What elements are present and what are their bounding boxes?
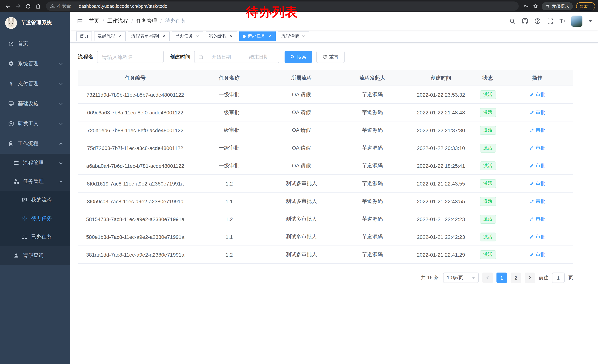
warning-icon[interactable] — [50, 4, 55, 8]
menu-dots-icon[interactable] — [590, 4, 591, 8]
cell-task-id: 8f059c03-7ac8-11ec-a9e2-a2380e71991a — [78, 193, 193, 210]
cell-process: 测试多审批人 — [266, 246, 337, 263]
url-text: dashboard.yudao.iocoder.cn/bpm/task/todo — [79, 4, 167, 9]
approve-link[interactable]: 审批 — [529, 127, 545, 133]
approve-link[interactable]: 审批 — [529, 180, 545, 187]
cell-task-id: 73211d9d-7b9b-11ec-b5b7-acde48001122 — [78, 86, 193, 103]
status-badge: 激活 — [480, 90, 496, 99]
edit-icon — [529, 217, 534, 221]
breadcrumb-item[interactable]: 任务管理 — [136, 18, 165, 24]
close-icon[interactable]: × — [161, 33, 166, 39]
cell-process: 测试多审批人 — [266, 210, 337, 228]
app-title: 芋道管理系统 — [21, 20, 52, 26]
approve-link[interactable]: 审批 — [529, 91, 545, 98]
next-page-button[interactable] — [525, 273, 535, 283]
cell-status: 激活 — [474, 246, 501, 263]
sidebar-item-todo-tasks[interactable]: 待办任务 — [0, 209, 70, 228]
edit-icon — [529, 163, 534, 168]
status-badge: 激活 — [480, 197, 496, 206]
cell-starter: 芋道源码 — [337, 139, 407, 157]
breadcrumb: 首页工作流程任务管理待办任务 — [89, 18, 186, 24]
sidebar-item-home[interactable]: 首页 — [0, 34, 70, 54]
goto-page-input[interactable] — [552, 273, 565, 283]
chevron-down-icon — [59, 62, 63, 66]
chevron-down-icon[interactable] — [588, 20, 592, 22]
process-name-input[interactable] — [97, 51, 164, 63]
security-label: 不安全 — [57, 3, 71, 9]
chevron-up-icon — [59, 179, 63, 184]
close-icon[interactable]: × — [229, 33, 234, 39]
breadcrumb-item[interactable]: 首页 — [89, 18, 108, 24]
cell-starter: 芋道源码 — [337, 246, 407, 263]
approve-link[interactable]: 审批 — [529, 109, 545, 116]
cell-starter: 芋道源码 — [337, 210, 407, 228]
sidebar-menu: 首页 系统管理 ¥ 支付管理 — [0, 34, 70, 265]
sidebar-item-devtools[interactable]: 研发工具 — [0, 114, 70, 134]
refresh-icon[interactable] — [23, 1, 33, 11]
cell-status: 激活 — [474, 210, 501, 228]
bookmark-star-icon[interactable] — [532, 3, 538, 9]
browser-update-button[interactable]: 更新 — [576, 2, 595, 10]
page-content: 流程名 创建时间 开始日期 - 结束日期 搜索 — [70, 43, 598, 364]
approve-link[interactable]: 审批 — [529, 145, 545, 151]
page-number-button[interactable]: 1 — [497, 273, 507, 283]
reset-button[interactable]: 重置 — [316, 51, 345, 63]
cube-icon — [8, 121, 14, 127]
tab[interactable]: 已办任务 × — [172, 31, 203, 41]
github-icon[interactable] — [522, 18, 528, 24]
user-avatar[interactable] — [571, 16, 582, 27]
date-range-picker[interactable]: 开始日期 - 结束日期 — [194, 51, 279, 63]
sidebar-item-workflow[interactable]: 工作流程 — [0, 134, 70, 154]
sidebar-toggle-icon[interactable] — [76, 18, 83, 24]
sidebar-item-payment[interactable]: ¥ 支付管理 — [0, 74, 70, 94]
close-icon[interactable]: × — [301, 33, 306, 39]
sidebar-item-system[interactable]: 系统管理 — [0, 54, 70, 74]
cell-process: 测试多审批人 — [266, 228, 337, 245]
breadcrumb-item[interactable]: 工作流程 — [108, 18, 136, 24]
font-size-icon[interactable]: TT — [559, 18, 565, 24]
approve-link[interactable]: 审批 — [529, 162, 545, 169]
password-key-icon[interactable] — [523, 3, 529, 9]
fullscreen-icon[interactable] — [547, 18, 554, 24]
breadcrumb-item[interactable]: 待办任务 — [165, 18, 186, 24]
tab[interactable]: 流程详情 × — [278, 31, 309, 41]
approve-link[interactable]: 审批 — [529, 198, 545, 205]
tab[interactable]: 流程表单-编辑 × — [128, 31, 170, 41]
page-number-button[interactable]: 2 — [511, 273, 521, 283]
approve-link[interactable]: 审批 — [529, 216, 545, 222]
close-icon[interactable]: × — [267, 33, 272, 39]
search-icon — [290, 54, 295, 59]
app-logo[interactable]: 芋道管理系统 — [0, 12, 70, 34]
tab[interactable]: 首页 × — [76, 31, 92, 41]
search-button[interactable]: 搜索 — [284, 51, 312, 63]
forward-icon[interactable] — [13, 1, 23, 11]
search-icon[interactable] — [509, 18, 516, 24]
eye-icon — [22, 216, 27, 221]
cell-create-time: 2022-01-22 18:25:41 — [407, 157, 474, 174]
tab[interactable]: 发起流程 × — [94, 31, 126, 41]
home-icon[interactable] — [33, 1, 43, 11]
page-size-select[interactable]: 10条/页 — [443, 273, 479, 283]
tab[interactable]: 待办任务 × — [239, 31, 276, 41]
cell-task-name: 1.2 — [193, 246, 266, 263]
cell-task-id: 580e1b3d-7ac8-11ec-a9e2-a2380e71991a — [78, 228, 193, 245]
cell-process: OA 请假 — [266, 104, 337, 121]
sidebar-item-leave-query[interactable]: 请假查询 — [0, 246, 70, 265]
sidebar-item-task-management[interactable]: 任务管理 — [0, 172, 70, 191]
approve-link[interactable]: 审批 — [529, 251, 545, 258]
approve-link[interactable]: 审批 — [529, 234, 545, 240]
sidebar-item-infra[interactable]: 基础设施 — [0, 94, 70, 114]
prev-page-button[interactable] — [482, 273, 493, 283]
sidebar-item-my-process[interactable]: 我的流程 — [0, 191, 70, 209]
status-badge: 激活 — [480, 161, 496, 170]
back-icon[interactable] — [3, 1, 13, 11]
help-icon[interactable] — [534, 18, 541, 24]
close-icon[interactable]: × — [117, 33, 122, 39]
sidebar-item-process-management[interactable]: 流程管理 — [0, 154, 70, 172]
cell-starter: 芋道源码 — [337, 121, 407, 139]
sidebar-item-done-tasks[interactable]: 已办任务 — [0, 228, 70, 246]
close-icon[interactable]: × — [195, 33, 200, 39]
tab[interactable]: 我的流程 × — [206, 31, 237, 41]
status-badge: 激活 — [480, 108, 496, 117]
table-row: 069c6a63-7b8a-11ec-8ef0-acde48001122 一级审… — [78, 104, 573, 121]
